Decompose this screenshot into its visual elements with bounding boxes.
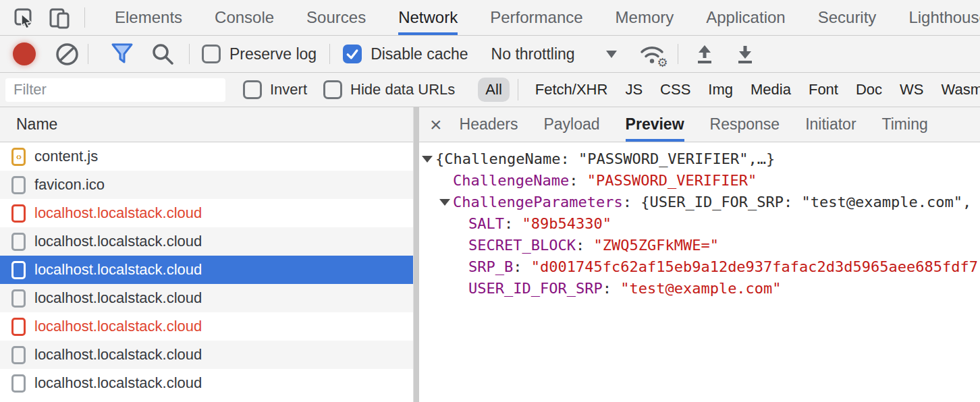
table-row[interactable]: localhost.localstack.cloud [0,256,413,284]
json-tree-line[interactable]: ChallengeParameters: {USER_ID_FOR_SRP: "… [419,192,980,213]
detail-tab-initiator[interactable]: Initiator [805,107,856,142]
tab-console[interactable]: Console [215,0,274,35]
tab-elements[interactable]: Elements [115,0,182,35]
disable-cache-checkbox[interactable] [343,45,362,63]
detail-tab-headers[interactable]: Headers [460,107,518,142]
chevron-down-icon[interactable] [606,51,617,58]
table-row[interactable]: favicon.ico [0,171,413,199]
type-filter-js[interactable]: JS [625,81,643,98]
type-filter-font[interactable]: Font [809,81,838,98]
json-tree-line[interactable]: SECRET_BLOCK: "ZWQ5ZGFkMWE=" [419,235,980,256]
gear-icon: ⚙ [657,57,668,69]
request-name: localhost.localstack.cloud [34,374,202,392]
type-filter-wasm[interactable]: Wasm [942,81,980,98]
type-filter-img[interactable]: Img [708,81,733,98]
tab-sources[interactable]: Sources [306,0,366,35]
tab-application[interactable]: Application [706,0,785,35]
filter-separator [518,79,518,100]
toolbar-separator [329,44,330,64]
document-file-icon [11,318,26,336]
json-string-value: "ZWQ5ZGFkMWE=" [593,237,718,254]
request-name: localhost.localstack.cloud [34,233,202,250]
json-text: : [513,258,531,275]
toolbar-separator [84,7,85,28]
table-row[interactable]: localhost.localstack.cloud [0,227,413,256]
request-name: localhost.localstack.cloud [34,204,202,222]
table-row[interactable]: localhost.localstack.cloud [0,312,413,341]
table-row[interactable]: localhost.localstack.cloud [0,341,413,369]
clear-log-icon[interactable] [55,42,80,67]
hide-data-urls-label[interactable]: Hide data URLs [350,81,455,98]
type-filter-all[interactable]: All [478,78,509,102]
type-filter-ws[interactable]: WS [900,81,923,98]
detail-tab-preview[interactable]: Preview [626,107,684,142]
detail-tab-payload[interactable]: Payload [543,107,599,142]
json-string-value: "d001745fc62af15eb9a12de937fafac2d3d5965… [531,258,978,275]
tab-network[interactable]: Network [398,0,458,35]
close-icon[interactable]: × [430,115,442,135]
search-icon[interactable] [151,42,175,67]
disable-cache-label[interactable]: Disable cache [371,45,468,63]
type-filter-css[interactable]: CSS [660,81,690,98]
document-file-icon [11,289,26,308]
filter-input[interactable] [5,78,225,102]
network-conditions-icon[interactable]: ⚙ [637,42,667,66]
invert-label[interactable]: Invert [270,81,307,98]
table-row[interactable]: localhost.localstack.cloud [0,199,413,227]
request-name: localhost.localstack.cloud [34,289,202,307]
invert-checkbox[interactable] [243,80,262,99]
tab-memory[interactable]: Memory [616,0,674,35]
toolbar-separator [678,44,678,64]
document-file-icon [11,346,26,364]
network-toolbar: Preserve log Disable cache No throttling… [0,36,980,73]
json-tree-line[interactable]: SRP_B: "d001745fc62af15eb9a12de937fafac2… [419,256,980,278]
json-text: : [603,280,621,297]
request-rows: ‹›content.jsfavicon.icolocalhost.localst… [0,142,413,397]
import-har-icon[interactable] [693,42,716,65]
json-tree-line[interactable]: SALT: "89b54330" [419,213,980,235]
resource-type-filters: AllFetch/XHRJSCSSImgMediaFontDocWSWasmMa… [478,78,980,102]
record-button[interactable] [13,42,36,65]
document-file-icon [11,176,26,194]
device-toolbar-icon[interactable] [48,6,71,29]
preserve-log-label[interactable]: Preserve log [229,45,317,63]
panel-split-divider[interactable] [413,107,419,402]
json-text: : [504,215,522,232]
hide-data-urls-checkbox[interactable] [323,80,342,99]
json-key: USER_ID_FOR_SRP [468,280,603,297]
export-har-icon[interactable] [734,42,757,65]
detail-tab-response[interactable]: Response [710,107,780,142]
request-detail-panel: × HeadersPayloadPreviewResponseInitiator… [419,107,980,402]
script-file-icon: ‹› [11,148,26,166]
expander-triangle-icon[interactable] [422,156,433,163]
throttling-select[interactable]: No throttling [491,45,575,63]
tab-performance[interactable]: Performance [490,0,582,35]
tab-security[interactable]: Security [818,0,877,35]
toolbar-separator [88,44,88,64]
type-filter-doc[interactable]: Doc [856,81,882,98]
detail-tab-timing[interactable]: Timing [882,107,928,142]
inspect-element-icon[interactable] [13,7,34,28]
devtools-window: ElementsConsoleSourcesNetworkPerformance… [0,0,980,402]
json-key: SALT [468,215,504,232]
table-row[interactable]: localhost.localstack.cloud [0,369,413,397]
tab-lighthouse[interactable]: Lighthouse [908,0,980,35]
type-filter-fetch-xhr[interactable]: Fetch/XHR [535,81,608,98]
script-glyph: ‹› [16,152,21,161]
type-filter-media[interactable]: Media [751,81,791,98]
json-text: : [576,237,594,254]
table-row[interactable]: ‹›content.js [0,142,413,171]
filter-funnel-icon[interactable] [109,41,136,67]
name-column-header[interactable]: Name [0,107,413,142]
document-file-icon [11,204,26,223]
json-tree-line[interactable]: ChallengeName: "PASSWORD_VERIFIER" [419,170,980,192]
json-tree-line[interactable]: USER_ID_FOR_SRP: "test@example.com" [419,278,980,299]
table-row[interactable]: localhost.localstack.cloud [0,284,413,312]
json-text: : [569,172,587,189]
json-tree-line[interactable]: {ChallengeName: "PASSWORD_VERIFIER",…} [419,148,980,170]
request-name: localhost.localstack.cloud [34,318,202,335]
preserve-log-checkbox[interactable] [202,45,221,63]
preview-json-tree: {ChallengeName: "PASSWORD_VERIFIER",…}Ch… [419,143,980,402]
expander-triangle-icon[interactable] [439,199,450,206]
document-file-icon [11,233,26,251]
